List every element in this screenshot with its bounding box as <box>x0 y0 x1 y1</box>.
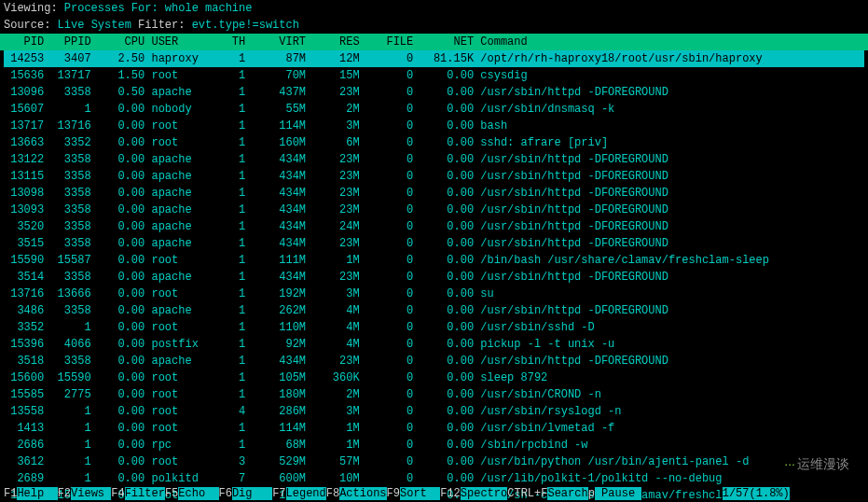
table-row[interactable]: 3520 3358 0.00 apache 1 434M 24M 0 0.00 … <box>4 218 864 235</box>
table-row[interactable]: 1413 1 0.00 root 1 114M 1M 0 0.00 /usr/s… <box>4 420 864 437</box>
fkey-label[interactable]: Echo <box>178 487 218 500</box>
table-row[interactable]: 13717 13716 0.00 root 1 114M 3M 0 0.00 b… <box>4 118 864 134</box>
fkey: p <box>588 487 595 500</box>
fkey-label[interactable]: Views <box>71 487 111 500</box>
table-header[interactable]: PID PPID CPU USER TH VIRT RES FILE NET C… <box>0 34 868 50</box>
table-row[interactable]: 3352 1 0.00 root 1 110M 4M 0 0.00 /usr/s… <box>4 319 864 336</box>
table-row[interactable]: 13096 3358 0.50 apache 1 437M 23M 0 0.00… <box>4 84 864 101</box>
footer-status: 1/57(1.8%) <box>723 487 790 500</box>
fkey: F7 <box>272 487 285 500</box>
fkey: F8 <box>326 487 339 500</box>
fkey-label[interactable]: Filter <box>125 487 165 500</box>
fkey-label[interactable]: Search <box>547 487 587 500</box>
fkey-label[interactable]: Sort <box>400 487 440 500</box>
table-row[interactable]: 15590 15587 0.00 root 1 111M 1M 0 0.00 /… <box>4 252 864 269</box>
table-row[interactable]: 13098 3358 0.00 apache 1 434M 23M 0 0.00… <box>4 185 864 202</box>
table-row[interactable]: 13122 3358 0.00 apache 1 434M 23M 0 0.00… <box>4 151 864 168</box>
fkey: F5 <box>165 487 178 500</box>
fkey-label[interactable]: Legend <box>286 487 326 500</box>
watermark-text: 运维漫谈 <box>784 454 849 474</box>
table-row[interactable]: 15396 4066 0.00 postfix 1 92M 4M 0 0.00 … <box>4 336 864 353</box>
source-line: Source: Live System Filter: evt.type!=sw… <box>0 17 868 34</box>
fkey: F1 <box>4 487 17 500</box>
fkey: F12 <box>440 487 461 500</box>
source-value: Live System <box>50 19 138 32</box>
table-row[interactable]: 15607 1 0.00 nobody 1 55M 2M 0 0.00 /usr… <box>4 101 864 118</box>
table-row[interactable]: 3486 3358 0.00 apache 1 262M 4M 0 0.00 /… <box>4 302 864 319</box>
table-row[interactable]: 3518 3358 0.00 apache 1 434M 23M 0 0.00 … <box>4 353 864 370</box>
fkey-label[interactable]: Dig <box>232 487 272 500</box>
table-row[interactable]: 3515 3358 0.00 apache 1 434M 23M 0 0.00 … <box>4 235 864 252</box>
table-row[interactable]: 13093 3358 0.00 apache 1 434M 23M 0 0.00… <box>4 202 864 218</box>
table-row[interactable]: 13663 3352 0.00 root 1 160M 6M 0 0.00 ss… <box>4 134 864 151</box>
fkey-label[interactable]: Pause <box>595 487 641 500</box>
fkey-label[interactable]: Help <box>17 487 57 500</box>
footer-bar: F1Help F2Views F4FilterF5Echo F6Dig F7Le… <box>0 485 868 502</box>
table-row[interactable]: 3514 3358 0.00 apache 1 434M 23M 0 0.00 … <box>4 269 864 286</box>
source-label: Source: <box>4 19 50 32</box>
fkey-label[interactable]: Actions <box>339 487 386 500</box>
fkey: F4 <box>111 487 124 500</box>
table-row[interactable]: 13115 3358 0.00 apache 1 434M 23M 0 0.00… <box>4 168 864 185</box>
viewing-label: Viewing: <box>4 2 58 15</box>
filter-label: Filter: <box>138 19 185 32</box>
table-row[interactable]: 15636 13717 1.50 root 1 70M 15M 0 0.00 c… <box>4 67 864 84</box>
table-row[interactable]: 13558 1 0.00 root 4 286M 3M 0 0.00 /usr/… <box>4 403 864 420</box>
table-row[interactable]: 13716 13666 0.00 root 1 192M 3M 0 0.00 s… <box>4 286 864 302</box>
fkey: F6 <box>219 487 232 500</box>
table-row[interactable]: 15600 15590 0.00 root 1 105M 360K 0 0.00… <box>4 370 864 386</box>
process-table[interactable]: 14253 3407 2.50 haproxy 1 87M 12M 0 81.1… <box>0 50 868 502</box>
filter-value: evt.type!=switch <box>185 19 298 32</box>
fkey: CTRL+F <box>507 487 547 500</box>
fkey: F9 <box>387 487 400 500</box>
fkey-label[interactable]: Spectro <box>461 487 507 500</box>
table-row[interactable]: 2686 1 0.00 rpc 1 68M 1M 0 0.00 /sbin/rp… <box>4 437 864 453</box>
table-row[interactable]: 15585 2775 0.00 root 1 180M 2M 0 0.00 /u… <box>4 386 864 403</box>
table-row[interactable]: 3612 1 0.00 root 3 529M 57M 0 0.00 /usr/… <box>4 453 864 470</box>
viewing-value: Processes For: whole machine <box>58 2 253 15</box>
table-row[interactable]: 14253 3407 2.50 haproxy 1 87M 12M 0 81.1… <box>4 50 864 67</box>
fkey: F2 <box>58 487 71 500</box>
viewing-line: Viewing: Processes For: whole machine <box>0 0 868 17</box>
